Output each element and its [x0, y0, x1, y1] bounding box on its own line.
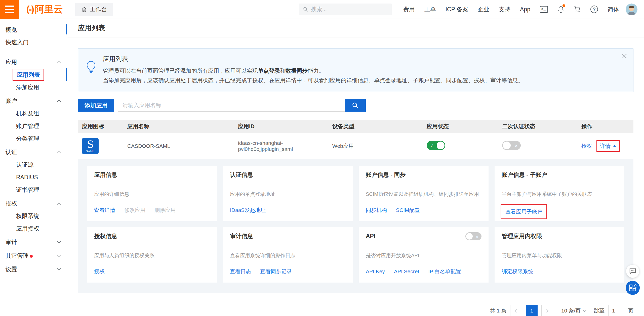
mfa-status-toggle[interactable]	[502, 141, 521, 150]
scim-config-link[interactable]: SCIM配置	[396, 207, 420, 214]
bell-icon[interactable]	[557, 6, 564, 13]
chevron-down-icon	[57, 253, 61, 257]
chevron-up-icon	[57, 100, 61, 104]
close-icon[interactable]	[621, 53, 628, 59]
help-icon[interactable]	[590, 6, 598, 13]
nav-enterprise[interactable]: 企业	[478, 6, 489, 13]
main-content: 应用列表 应用列表 管理员可以在当前页面管理已经添加的所有应用，应用可以实现单点…	[67, 19, 644, 316]
next-page-button[interactable]	[541, 305, 553, 316]
app-table: 应用图标 应用名称 应用ID 设备类型 应用状态 二次认证状态 操作 SSAML…	[78, 120, 633, 293]
card-title: API	[366, 233, 375, 240]
apps-grid-button[interactable]	[626, 281, 640, 295]
col-mfa-status: 二次认证状态	[502, 123, 581, 130]
card-desc: 管理应用内菜单与功能权限	[502, 252, 617, 259]
card-sub-accounts: 账户信息 - 子账户 平台主账户与应用系统中子账户的关联表 查看应用子账户	[495, 166, 624, 221]
feedback-chat-button[interactable]	[626, 265, 639, 278]
sidebar-item-auth-sources[interactable]: 认证源	[0, 158, 67, 171]
app-status-toggle[interactable]	[427, 141, 445, 150]
sidebar-item-category-mgmt[interactable]: 分类管理	[0, 132, 67, 145]
view-sync-records-link[interactable]: 查看同步记录	[260, 268, 292, 275]
modify-app-link[interactable]: 修改应用	[124, 207, 145, 214]
workbench-button[interactable]: 工作台	[75, 3, 113, 16]
card-authorization-info: 授权信息 应用与人员组织的授权关系 授权	[87, 227, 217, 283]
search-button[interactable]	[345, 99, 366, 112]
bind-permission-system-link[interactable]: 绑定权限系统	[502, 268, 533, 275]
page-number-button[interactable]: 1	[526, 305, 538, 316]
saml-app-icon: SSAML	[82, 138, 99, 154]
view-details-link[interactable]: 查看详情	[94, 207, 115, 214]
card-audit-info: 审计信息 查看应用系统详细的操作日志 查看日志 查看同步记录	[223, 227, 353, 283]
authorize-card-link[interactable]: 授权	[94, 268, 105, 275]
group-label: 授权	[6, 200, 17, 207]
page-title: 应用列表	[78, 23, 105, 32]
api-toggle[interactable]	[465, 232, 481, 240]
cart-icon[interactable]	[574, 6, 581, 13]
nav-billing[interactable]: 费用	[403, 6, 415, 13]
api-secret-link[interactable]: API Secret	[394, 268, 419, 275]
view-logs-link[interactable]: 查看日志	[230, 268, 251, 275]
delete-app-link[interactable]: 删除应用	[154, 207, 176, 214]
terminal-icon[interactable]	[540, 6, 548, 13]
sidebar-item-account-mgmt[interactable]: 账户管理	[0, 120, 67, 132]
group-label: 应用	[6, 58, 17, 66]
app-detail-panel: 应用信息 应用的详细信息 查看详情 修改应用 删除应用 认证信息 应用的单点登录…	[78, 159, 633, 293]
sidebar-group-accounts[interactable]: 账户	[0, 95, 67, 107]
brand-name: 阿里云	[35, 3, 63, 16]
avatar[interactable]	[626, 4, 637, 15]
annotation-box: 详情	[596, 140, 620, 152]
ip-whitelist-link[interactable]: IP 白名单配置	[428, 268, 461, 275]
view-sub-accounts-link[interactable]: 查看应用子账户	[505, 208, 542, 215]
card-title: 账户信息 - 同步	[366, 171, 406, 179]
api-key-link[interactable]: API Key	[366, 268, 385, 275]
prev-page-button[interactable]	[510, 305, 522, 316]
jump-page-input[interactable]	[608, 305, 624, 316]
search-icon	[303, 7, 308, 12]
active-indicator	[66, 68, 67, 81]
nav-support[interactable]: 支持	[499, 6, 510, 13]
chat-icon	[629, 268, 636, 275]
sidebar-group-audit[interactable]: 审计	[0, 236, 67, 248]
sidebar-item-cert-mgmt[interactable]: 证书管理	[0, 184, 67, 196]
chevron-right-icon	[545, 309, 548, 312]
sidebar-group-authorization[interactable]: 授权	[0, 197, 67, 210]
global-search-input[interactable]	[311, 6, 388, 13]
authorize-link[interactable]: 授权	[581, 143, 592, 150]
sidebar-group-other-mgmt[interactable]: 其它管理	[0, 249, 67, 262]
language-switch[interactable]: 简体	[608, 6, 619, 13]
sidebar-item-quickstart[interactable]: 快速入门	[0, 36, 67, 49]
chevron-down-icon	[57, 267, 61, 271]
sidebar-group-authentication[interactable]: 认证	[0, 146, 67, 158]
chevron-left-icon	[515, 309, 518, 312]
alibaba-cloud-logo[interactable]: (-) 阿里云	[26, 3, 63, 16]
sync-org-link[interactable]: 同步机构	[366, 207, 387, 214]
nav-tickets[interactable]: 工单	[424, 6, 436, 13]
col-app-icon: 应用图标	[82, 123, 127, 130]
col-device-type: 设备类型	[332, 123, 427, 130]
details-link[interactable]: 详情	[600, 143, 611, 150]
sidebar-item-radius[interactable]: RADIUS	[0, 171, 67, 184]
group-label: 认证	[6, 148, 17, 156]
app-search-input[interactable]	[118, 99, 345, 112]
idaas-sso-url-link[interactable]: IDaaS发起地址	[230, 207, 266, 214]
nav-icp[interactable]: ICP 备案	[446, 6, 468, 13]
sidebar-item-permission-system[interactable]: 权限系统	[0, 210, 67, 222]
global-search[interactable]	[299, 4, 392, 15]
sidebar-item-overview[interactable]: 概览	[0, 23, 67, 36]
sidebar-item-add-app[interactable]: 添加应用	[0, 81, 67, 94]
card-account-sync: 账户信息 - 同步 SCIM协议设置以及把组织机构、组同步推送至应用 同步机构 …	[359, 166, 489, 221]
card-in-app-permissions: 管理应用内权限 管理应用内菜单与功能权限 绑定权限系统	[495, 227, 624, 283]
check-icon	[430, 143, 434, 149]
add-app-button[interactable]: 添加应用	[78, 99, 114, 112]
nav-app[interactable]: App	[520, 6, 530, 13]
sidebar-item-org-groups[interactable]: 机构及组	[0, 107, 67, 120]
sidebar-item-app-list[interactable]: 应用列表	[0, 68, 67, 81]
workbench-label: 工作台	[90, 6, 107, 13]
menu-icon[interactable]	[0, 0, 19, 19]
page-size-select[interactable]: 10 条/页	[557, 305, 590, 316]
card-title: 授权信息	[94, 232, 117, 240]
page-unit-label: 页	[628, 307, 633, 314]
table-header-row: 应用图标 应用名称 应用ID 设备类型 应用状态 二次认证状态 操作	[78, 120, 633, 133]
sidebar-group-applications[interactable]: 应用	[0, 56, 67, 68]
sidebar-item-app-authorization[interactable]: 应用授权	[0, 222, 67, 235]
sidebar-group-settings[interactable]: 设置	[0, 263, 67, 276]
